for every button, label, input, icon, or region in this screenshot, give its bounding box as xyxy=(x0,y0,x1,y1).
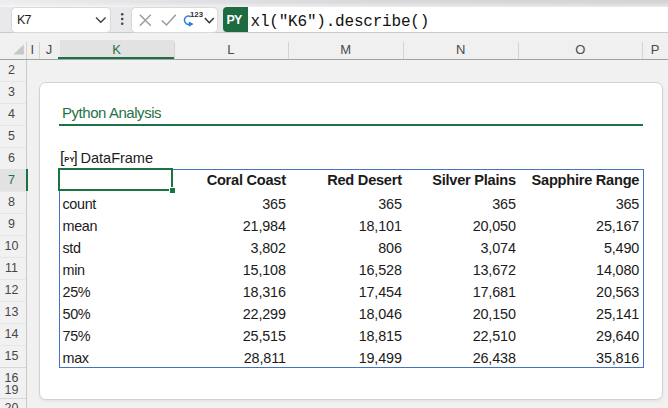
svg-text:123: 123 xyxy=(190,10,204,19)
